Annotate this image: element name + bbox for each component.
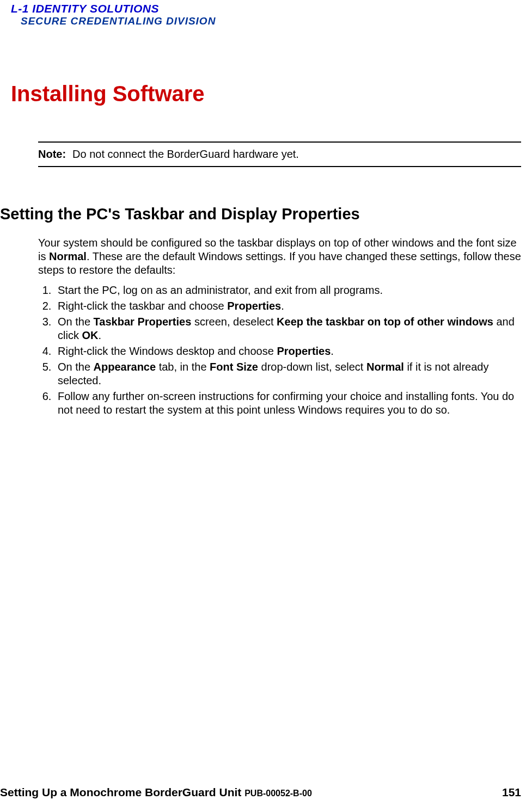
step-text: Start the PC, log on as an administrator… xyxy=(58,284,383,296)
step-text: On the xyxy=(58,361,94,373)
step-bold-taskbar-properties: Taskbar Properties xyxy=(94,316,192,328)
step-bold-keep-taskbar: Keep the taskbar on top of other windows xyxy=(277,316,493,328)
step-text: . xyxy=(98,329,101,341)
note-box: Note:Do not connect the BorderGuard hard… xyxy=(38,142,521,167)
step-text: screen, deselect xyxy=(191,316,277,328)
step-bold-ok: OK xyxy=(82,329,98,341)
page-header: L-1 IDENTITY SOLUTIONS SECURE CREDENTIAL… xyxy=(0,0,532,27)
step-bold-font-size: Font Size xyxy=(210,361,258,373)
step-bold-properties: Properties xyxy=(227,300,281,312)
step-text: Follow any further on-screen instruction… xyxy=(58,390,514,416)
page-footer: Setting Up a Monochrome BorderGuard Unit… xyxy=(0,786,521,799)
note-label: Note: xyxy=(38,148,66,161)
footer-title-text: Setting Up a Monochrome BorderGuard Unit xyxy=(0,786,244,798)
step-3: On the Taskbar Properties screen, desele… xyxy=(54,315,521,342)
chapter-title: Installing Software xyxy=(11,82,532,106)
logo-division: SECURE CREDENTIALING DIVISION xyxy=(11,15,532,27)
logo-company: L-1 IDENTITY SOLUTIONS xyxy=(11,2,532,15)
step-text: Right-click the Windows desktop and choo… xyxy=(58,345,277,357)
step-6: Follow any further on-screen instruction… xyxy=(54,390,521,417)
step-1: Start the PC, log on as an administrator… xyxy=(54,284,521,297)
step-text: On the xyxy=(58,316,94,328)
step-bold-properties: Properties xyxy=(277,345,331,357)
section-heading: Setting the PC's Taskbar and Display Pro… xyxy=(0,205,532,223)
step-bold-normal: Normal xyxy=(366,361,404,373)
intro-text-cont: . These are the default Windows settings… xyxy=(38,250,521,276)
step-text: . xyxy=(331,345,334,357)
step-text: drop-down list, select xyxy=(258,361,366,373)
note-text: Do not connect the BorderGuard hardware … xyxy=(72,148,299,160)
intro-bold-normal: Normal xyxy=(49,250,87,262)
step-text: tab, in the xyxy=(156,361,210,373)
step-5: On the Appearance tab, in the Font Size … xyxy=(54,360,521,387)
page-number: 151 xyxy=(502,786,521,799)
footer-pub-number: PUB-00052-B-00 xyxy=(244,789,312,798)
footer-doc-title: Setting Up a Monochrome BorderGuard Unit… xyxy=(0,786,312,799)
steps-list: Start the PC, log on as an administrator… xyxy=(38,284,521,417)
step-text: . xyxy=(281,300,284,312)
intro-paragraph: Your system should be configured so the … xyxy=(38,236,521,277)
step-text: Right-click the taskbar and choose xyxy=(58,300,227,312)
step-2: Right-click the taskbar and choose Prope… xyxy=(54,299,521,313)
step-bold-appearance: Appearance xyxy=(94,361,156,373)
step-4: Right-click the Windows desktop and choo… xyxy=(54,345,521,358)
